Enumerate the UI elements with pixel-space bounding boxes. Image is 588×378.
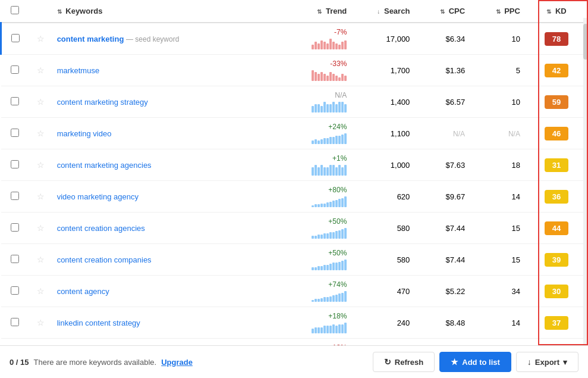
trend-bar [320, 327, 323, 333]
row-check-cell[interactable] [1, 55, 30, 86]
row-check-cell[interactable] [1, 181, 30, 213]
scrollbar[interactable] [583, 18, 588, 345]
table-row: ☆ linkedin content strategy +18% 240 $8.… [1, 307, 589, 339]
trend-bar [335, 104, 338, 113]
row-check-cell[interactable] [1, 307, 30, 339]
add-to-list-button[interactable]: ★ Add to list [439, 352, 511, 372]
row-checkbox[interactable] [11, 255, 19, 263]
row-check-cell[interactable] [1, 213, 30, 244]
row-checkbox[interactable] [11, 65, 19, 74]
header-kd[interactable]: ⇅ KD [525, 0, 588, 23]
export-button[interactable]: ↓ Export ▾ [516, 352, 578, 372]
row-checkbox[interactable] [11, 192, 19, 200]
row-check-cell[interactable] [1, 276, 30, 307]
trend-bar [326, 76, 329, 81]
header-ppc[interactable]: ⇅ PPC [470, 0, 525, 23]
trend-bar [335, 76, 338, 81]
trend-bar [320, 139, 323, 144]
row-star-cell[interactable]: ☆ [29, 213, 52, 244]
trend-bar [317, 299, 320, 302]
trend-bar [338, 262, 341, 270]
favorite-star-icon[interactable]: ☆ [37, 286, 45, 296]
trend-bar [317, 235, 320, 239]
header-cpc[interactable]: ⇅ CPC [414, 0, 470, 23]
row-star-cell[interactable]: ☆ [29, 55, 52, 86]
search-volume: 1,100 [391, 129, 410, 138]
row-checkbox[interactable] [11, 129, 19, 137]
row-star-cell[interactable]: ☆ [29, 244, 52, 276]
keyword-link[interactable]: content agency [57, 287, 109, 296]
row-trend-cell: +18% [257, 307, 351, 339]
trend-bar [341, 167, 344, 176]
row-check-cell[interactable] [1, 244, 30, 276]
row-ppc-cell: 14 [470, 307, 525, 339]
row-checkbox[interactable] [11, 160, 19, 168]
favorite-star-icon[interactable]: ☆ [37, 223, 45, 233]
row-trend-cell: +74% [257, 276, 351, 307]
trend-percentage: +18% [262, 312, 347, 320]
keyword-link[interactable]: content creation agencies [57, 224, 145, 233]
row-star-cell[interactable]: ☆ [29, 86, 52, 118]
row-star-cell[interactable]: ☆ [29, 181, 52, 213]
row-check-cell[interactable] [1, 149, 30, 181]
keyword-link[interactable]: marketing video [57, 129, 112, 138]
favorite-star-icon[interactable]: ☆ [37, 65, 45, 75]
addlist-label: Add to list [462, 358, 500, 367]
row-checkbox[interactable] [11, 318, 19, 326]
upgrade-link[interactable]: Upgrade [161, 358, 193, 367]
scroll-thumb[interactable] [583, 24, 588, 60]
row-check-cell[interactable] [1, 339, 30, 346]
row-check-cell[interactable] [1, 86, 30, 118]
favorite-star-icon[interactable]: ☆ [37, 129, 45, 138]
trend-bars-chart [262, 227, 347, 239]
keyword-link[interactable]: marketmuse [57, 66, 100, 75]
row-checkbox[interactable] [11, 97, 19, 105]
keyword-link[interactable]: content marketing strategy [57, 98, 148, 107]
trend-bar [338, 199, 341, 207]
favorite-star-icon[interactable]: ☆ [37, 160, 45, 170]
keyword-link[interactable]: content marketing [57, 35, 124, 43]
search-volume: 580 [397, 255, 410, 264]
row-check-cell[interactable] [1, 23, 30, 55]
trend-bar [312, 236, 314, 239]
trend-percentage: +50% [262, 249, 347, 257]
row-star-cell[interactable]: ☆ [29, 339, 52, 346]
favorite-star-icon[interactable]: ☆ [37, 255, 45, 264]
refresh-button[interactable]: ↻ Refresh [373, 352, 435, 372]
footer-message: There are more keywords available. [34, 358, 157, 367]
row-search-cell: 470 [351, 276, 414, 307]
row-checkbox[interactable] [11, 223, 19, 232]
keyword-link[interactable]: content marketing agencies [57, 161, 152, 170]
row-ppc-cell: 15 [470, 213, 525, 244]
row-star-cell[interactable]: ☆ [29, 276, 52, 307]
favorite-star-icon[interactable]: ☆ [37, 192, 45, 201]
trend-bar [338, 102, 341, 113]
cpc-value: $6.57 [446, 98, 466, 107]
favorite-star-icon[interactable]: ☆ [37, 34, 45, 43]
keyword-link[interactable]: linkedin content strategy [57, 318, 140, 327]
ppc-value: 15 [511, 224, 520, 233]
keyword-link[interactable]: video marketing agency [57, 192, 139, 201]
header-trend[interactable]: ⇅ Trend [257, 0, 351, 23]
favorite-star-icon[interactable]: ☆ [37, 318, 45, 327]
favorite-star-icon[interactable]: ☆ [37, 97, 45, 107]
header-keywords[interactable]: ⇅ Keywords [52, 0, 257, 23]
row-checkbox[interactable] [11, 34, 20, 42]
select-all-checkbox[interactable] [11, 6, 19, 14]
header-search[interactable]: ↓ Search [351, 0, 414, 23]
row-star-cell[interactable]: ☆ [29, 23, 52, 55]
cpc-value: $9.67 [446, 192, 466, 201]
row-kd-cell: 31 [525, 149, 588, 181]
header-checkbox-cell[interactable] [1, 0, 30, 23]
row-star-cell[interactable]: ☆ [29, 307, 52, 339]
row-star-cell[interactable]: ☆ [29, 149, 52, 181]
ppc-value: 34 [511, 287, 520, 296]
trend-bar [312, 205, 314, 207]
row-star-cell[interactable]: ☆ [29, 118, 52, 149]
keyword-link[interactable]: content creation companies [57, 255, 152, 264]
cpc-value: $7.44 [446, 255, 466, 264]
row-checkbox[interactable] [11, 286, 19, 295]
ppc-value: 18 [511, 161, 520, 170]
search-volume: 17,000 [386, 35, 410, 43]
row-check-cell[interactable] [1, 118, 30, 149]
